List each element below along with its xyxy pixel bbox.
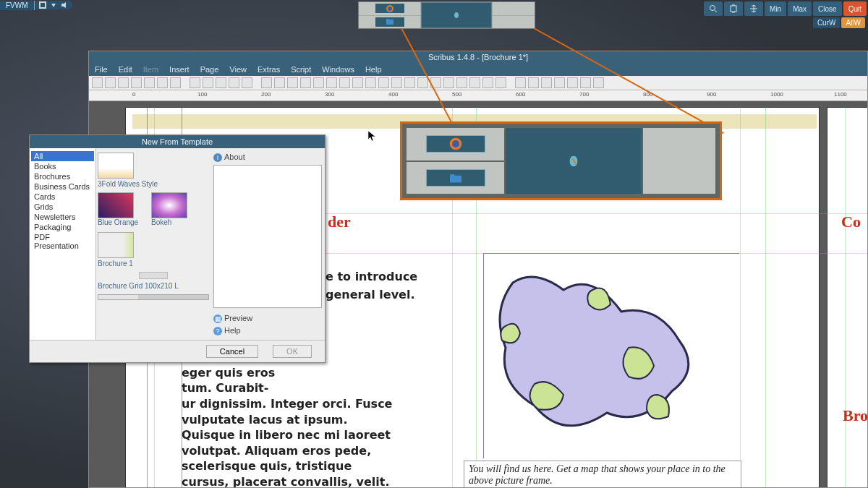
- close-button[interactable]: Close: [813, 1, 842, 16]
- svg-point-13: [452, 140, 459, 147]
- template-thumb[interactable]: [98, 192, 134, 218]
- template-thumb[interactable]: [151, 192, 187, 218]
- tool-undo-icon[interactable]: [190, 77, 200, 88]
- scribus-mini-icon[interactable]: [421, 2, 492, 28]
- tool-line-icon[interactable]: [352, 77, 363, 88]
- move-button[interactable]: [744, 1, 763, 16]
- cat-grids[interactable]: Grids: [31, 202, 94, 212]
- scribus-task-icon[interactable]: [506, 128, 642, 194]
- allw-button[interactable]: AllW: [841, 17, 865, 28]
- tool-bezier-icon[interactable]: [365, 77, 376, 88]
- menu-view[interactable]: View: [229, 65, 247, 74]
- tool-rotate-icon[interactable]: [391, 77, 402, 88]
- cat-cards[interactable]: Cards: [31, 192, 94, 202]
- tool-unlink-icon[interactable]: [456, 77, 467, 88]
- dropdown-icon[interactable]: [50, 1, 57, 9]
- tool-close-icon[interactable]: [131, 77, 142, 88]
- quit-button[interactable]: Quit: [843, 1, 867, 16]
- tool-edittext-icon[interactable]: [417, 77, 428, 88]
- europe-map-icon: [484, 254, 740, 459]
- files-task-icon[interactable]: [426, 169, 485, 187]
- menu-extras[interactable]: Extras: [258, 65, 280, 74]
- max-button[interactable]: Max: [788, 1, 812, 16]
- curw-button[interactable]: CurW: [813, 17, 841, 28]
- tool-shape-icon[interactable]: [326, 77, 337, 88]
- tool-zoom-icon[interactable]: [404, 77, 415, 88]
- scrollbar-thumb[interactable]: [139, 272, 168, 279]
- tool-new-icon[interactable]: [92, 77, 103, 88]
- tool-imageframe-icon[interactable]: [287, 77, 298, 88]
- help-section[interactable]: ?Help: [213, 325, 322, 337]
- template-categories[interactable]: All Books Brochures Business Cards Cards…: [30, 148, 96, 340]
- min-button[interactable]: Min: [765, 1, 786, 16]
- pager-mini[interactable]: [358, 1, 535, 29]
- tool-measure-icon[interactable]: [469, 77, 480, 88]
- tool-table-icon[interactable]: [313, 77, 324, 88]
- tool-cut-icon[interactable]: [216, 77, 226, 88]
- tool-textframe-icon[interactable]: [274, 77, 285, 88]
- menu-page[interactable]: Page: [200, 65, 219, 74]
- tool-pdf-icon[interactable]: [170, 77, 181, 88]
- menu-bar[interactable]: File Edit Item Insert Page View Extras S…: [89, 63, 867, 76]
- files-mini-icon[interactable]: [375, 17, 404, 27]
- svg-marker-2: [51, 4, 56, 7]
- cat-brochures[interactable]: Brochures: [31, 171, 94, 181]
- cat-books[interactable]: Books: [31, 161, 94, 171]
- firefox-task-icon[interactable]: [426, 135, 485, 153]
- template-thumb[interactable]: [98, 153, 134, 179]
- menu-file[interactable]: File: [95, 65, 108, 74]
- cat-newsletters[interactable]: Newsletters: [31, 212, 94, 222]
- tool-copyprops-icon[interactable]: [482, 77, 493, 88]
- template-label: Brochure Grid 100x210 L: [98, 282, 209, 290]
- tool-render-icon[interactable]: [300, 77, 311, 88]
- menu-help[interactable]: Help: [365, 65, 382, 74]
- svg-rect-6: [731, 6, 736, 12]
- tool-pdf7-icon[interactable]: [593, 77, 604, 88]
- tool-pdf2-icon[interactable]: [528, 77, 539, 88]
- system-tray: [35, 1, 72, 9]
- search-button[interactable]: [704, 1, 723, 16]
- notes-icon[interactable]: [39, 1, 46, 9]
- tool-redo-icon[interactable]: [203, 77, 213, 88]
- map-frame[interactable]: [483, 253, 739, 458]
- cat-pdf-presentation[interactable]: PDF Presentation: [31, 232, 94, 251]
- tool-freehand-icon[interactable]: [378, 77, 389, 88]
- template-thumb[interactable]: [98, 232, 134, 258]
- tool-pdf3-icon[interactable]: [541, 77, 552, 88]
- tool-open-icon[interactable]: [105, 77, 116, 88]
- intro-line2: general level.: [326, 287, 414, 303]
- menu-edit[interactable]: Edit: [119, 65, 132, 74]
- tool-polygon-icon[interactable]: [339, 77, 350, 88]
- scrollbar-horizontal[interactable]: [98, 294, 209, 300]
- template-list[interactable]: 3Fold Waves Style Blue Orange Bokeh Broc…: [96, 148, 210, 340]
- cat-packaging[interactable]: Packaging: [31, 222, 94, 232]
- volume-icon[interactable]: [61, 1, 68, 9]
- tool-pdf4-icon[interactable]: [554, 77, 565, 88]
- fvwm-menu[interactable]: FVWM: [0, 1, 35, 10]
- menu-windows[interactable]: Windows: [322, 65, 354, 74]
- tool-preflight-icon[interactable]: [157, 77, 168, 88]
- tool-copy-icon[interactable]: [229, 77, 239, 88]
- tool-eyedrop-icon[interactable]: [495, 77, 506, 88]
- tool-link-icon[interactable]: [443, 77, 454, 88]
- preview-section: ▦Preview: [213, 312, 322, 325]
- cat-all[interactable]: All: [31, 151, 94, 161]
- firefox-mini-icon[interactable]: [375, 4, 404, 13]
- tool-save-icon[interactable]: [118, 77, 129, 88]
- tool-print-icon[interactable]: [144, 77, 155, 88]
- tool-select-icon[interactable]: [261, 77, 272, 88]
- expand-button[interactable]: [724, 1, 743, 16]
- toolbar[interactable]: [89, 76, 867, 90]
- tool-paste-icon[interactable]: [242, 77, 252, 88]
- tool-pdf1-icon[interactable]: [515, 77, 526, 88]
- cancel-button[interactable]: Cancel: [206, 345, 258, 358]
- menu-insert[interactable]: Insert: [169, 65, 190, 74]
- menu-script[interactable]: Script: [291, 65, 311, 74]
- cat-business-cards[interactable]: Business Cards: [31, 181, 94, 192]
- ok-button[interactable]: OK: [273, 345, 312, 358]
- menu-item[interactable]: Item: [143, 65, 158, 74]
- tool-pdf6-icon[interactable]: [580, 77, 591, 88]
- new-from-template-dialog: New From Template All Books Brochures Bu…: [29, 134, 326, 363]
- tool-pdf5-icon[interactable]: [567, 77, 578, 88]
- map-caption: You will find us here. Get a map that sh…: [464, 461, 741, 487]
